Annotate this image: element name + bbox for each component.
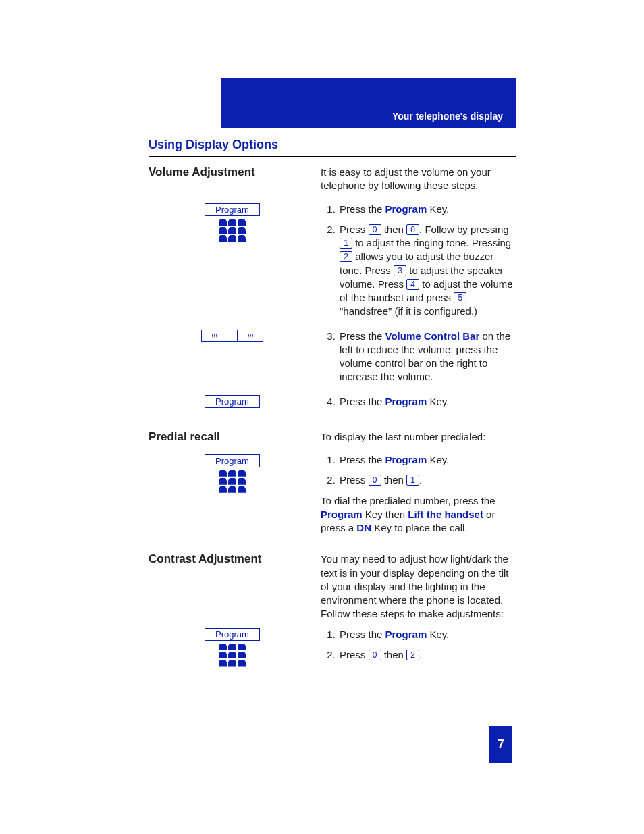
contrast-steps: Press the Program Key. Press 0 then 2. <box>321 628 516 662</box>
volume-steps-3: Press the Program Key. <box>321 395 516 409</box>
key-icon: 3 <box>394 265 406 276</box>
page-number: 7 <box>489 726 512 763</box>
section-title: Using Display Options <box>149 138 516 152</box>
divider <box>149 156 516 157</box>
predial-outro: To dial the predialed number, press the … <box>321 494 516 536</box>
key-icon: 0 <box>369 224 381 235</box>
program-button: Program <box>205 203 260 216</box>
key-icon: 0 <box>406 224 419 235</box>
header-label: Your telephone's display <box>392 111 503 122</box>
keypad-icon <box>219 470 247 493</box>
page: Your telephone's display Using Display O… <box>0 0 644 834</box>
key-icon: 0 <box>369 650 381 660</box>
volume-step-3: Press the Volume Control Bar on the left… <box>338 330 516 384</box>
volume-down-icon: ⟨⟨⟨ <box>202 330 227 341</box>
volume-step-2: Press 0 then 0. Follow by pressing 1 to … <box>338 223 516 319</box>
volume-step-4: Press the Program Key. <box>338 395 516 409</box>
contrast-step-1: Press the Program Key. <box>338 628 516 642</box>
key-icon: 5 <box>454 292 466 303</box>
volume-intro: It is easy to adjust the volume on your … <box>321 165 516 193</box>
row-volume-3: Program Press the Program Key. <box>149 395 516 415</box>
predial-steps: Press the Program Key. Press 0 then 1. <box>321 453 516 488</box>
program-button: Program <box>205 454 260 467</box>
heading-predial: Predial recall <box>149 430 220 444</box>
key-icon: 0 <box>369 475 381 486</box>
key-icon: 4 <box>406 279 419 290</box>
predial-step-2: Press 0 then 1. <box>338 473 516 487</box>
row-volume-2: ⟨⟨⟨ ⟩⟩⟩ Press the Volume Control Bar on … <box>149 330 516 391</box>
header-band: Your telephone's display <box>221 78 516 128</box>
program-button: Program <box>205 628 260 641</box>
heading-volume: Volume Adjustment <box>149 165 255 179</box>
volume-step-1: Press the Program Key. <box>338 203 516 216</box>
row-predial-1: Predial recall Program To display the la… <box>149 430 516 536</box>
row-volume-1: Volume Adjustment Program It is easy to … <box>149 165 516 325</box>
contrast-intro: You may need to adjust how light/dark th… <box>321 552 516 621</box>
keypad-icon <box>219 644 247 667</box>
key-icon: 1 <box>340 238 352 249</box>
content-area: Using Display Options Volume Adjustment … <box>149 138 516 673</box>
volume-up-icon: ⟩⟩⟩ <box>238 330 263 341</box>
keypad-icon <box>219 219 247 242</box>
volume-steps-1: Press the Program Key. Press 0 then 0. F… <box>321 203 516 319</box>
volume-steps-2: Press the Volume Control Bar on the left… <box>321 330 516 384</box>
predial-intro: To display the last number predialed: <box>321 430 516 444</box>
predial-step-1: Press the Program Key. <box>338 453 516 467</box>
volume-bar-icon: ⟨⟨⟨ ⟩⟩⟩ <box>201 330 263 342</box>
key-icon: 2 <box>340 251 352 262</box>
row-contrast-2: Program Press the Program Key. Press 0 t… <box>149 628 516 669</box>
program-button: Program <box>205 395 260 408</box>
heading-contrast: Contrast Adjustment <box>149 552 262 566</box>
row-contrast-1: Contrast Adjustment You may need to adju… <box>149 552 516 621</box>
key-icon: 2 <box>406 650 419 660</box>
key-icon: 1 <box>406 475 419 486</box>
contrast-step-2: Press 0 then 2. <box>338 648 516 662</box>
